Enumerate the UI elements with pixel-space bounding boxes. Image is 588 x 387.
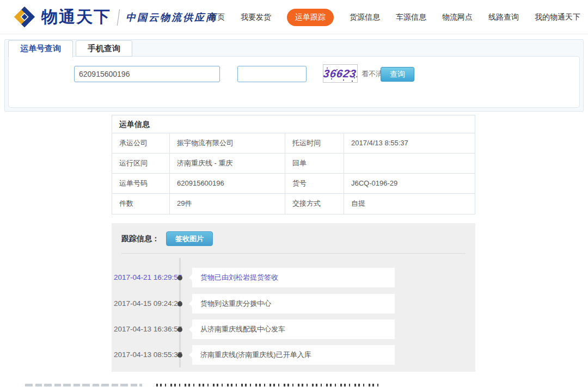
query-button[interactable]: 查询 (381, 67, 414, 82)
brand-name: 物通天下 (41, 6, 111, 28)
table-row: 件数 29件 交接方式 自提 (112, 194, 475, 214)
event-text: 济南重庆线(济南重庆线)已开单入库 (192, 345, 395, 365)
brand-tagline: 中国云物流供应商 (126, 11, 217, 24)
table-row: 运单号码 620915600196 货号 J6CQ-0196-29 (112, 174, 475, 194)
row-label: 承运公司 (112, 133, 170, 153)
row-label: 托运时间 (285, 133, 344, 153)
brand: 物通天下 中国云物流供应商 (12, 0, 217, 34)
nav-item-outlets[interactable]: 物流网点 (442, 13, 473, 22)
event-text: 从济南重庆线配载中心发车 (192, 320, 395, 339)
event-timestamp: 2017-04-13 16:36:57 (114, 320, 168, 339)
nav-item-cargo-info[interactable]: 货源信息 (350, 13, 380, 22)
tab-waybill-query[interactable]: 运单号查询 (8, 40, 73, 57)
row-label: 回单 (285, 153, 344, 173)
row-label: 货号 (285, 174, 344, 193)
timeline-entry: 2017-04-13 08:55:37 济南重庆线(济南重庆线)已开单入库 (112, 345, 475, 365)
page: 物通天下 中国云物流供应商 首页 我要发货 运单跟踪 货源信息 车源信息 物流网… (0, 0, 588, 387)
tracking-title: 跟踪信息： (121, 234, 160, 244)
timeline-dot-icon (177, 327, 182, 332)
footer-cutoff-grey-fragment (25, 384, 142, 386)
row-value: 29件 (170, 194, 285, 214)
waybill-table-title: 运单信息 (112, 115, 475, 133)
row-value (344, 153, 475, 173)
captcha-image[interactable]: 366231 (323, 64, 358, 83)
receipt-image-button[interactable]: 签收图片 (166, 231, 213, 246)
event-text: 货物到达重庆分拨中心 (192, 294, 395, 314)
footer-cutoff-dark-fragment (156, 384, 382, 386)
tracking-panel: 跟踪信息： 签收图片 2017-04-21 16:29:57 货物已由刘松岩提货… (112, 223, 475, 372)
timeline-dot-icon (177, 353, 182, 358)
divider (121, 253, 465, 254)
table-row: 承运公司 振宇物流有限公司 托运时间 2017/4/13 8:55:37 (112, 133, 475, 153)
nav-item-home[interactable]: 首页 (210, 13, 225, 22)
event-text: 货物已由刘松岩提货签收 (192, 268, 395, 287)
timeline-entry: 2017-04-21 16:29:57 货物已由刘松岩提货签收 (112, 268, 475, 287)
timeline-entry: 2017-04-15 09:24:20 货物到达重庆分拨中心 (112, 294, 475, 314)
event-timestamp: 2017-04-21 16:29:57 (114, 268, 168, 287)
nav-item-truck-info[interactable]: 车源信息 (396, 13, 426, 22)
row-label: 运行区间 (112, 153, 170, 173)
footer-cutoff-text (0, 383, 588, 387)
timeline-dot-icon (177, 275, 182, 280)
nav-item-track[interactable]: 运单跟踪 (287, 9, 334, 26)
event-timestamp: 2017-04-13 08:55:37 (114, 345, 168, 365)
captcha-code: 366231 (323, 65, 358, 82)
tab-phone-query[interactable]: 手机查询 (76, 40, 132, 57)
row-label: 运单号码 (112, 174, 170, 193)
event-timestamp: 2017-04-15 09:24:20 (114, 294, 168, 314)
waybill-number-input[interactable] (74, 66, 220, 82)
waybill-info-table: 运单信息 承运公司 振宇物流有限公司 托运时间 2017/4/13 8:55:3… (112, 115, 475, 214)
brand-separator (117, 9, 120, 26)
row-label: 件数 (112, 194, 170, 214)
nav-item-ship[interactable]: 我要发货 (241, 13, 271, 22)
nav-item-route-query[interactable]: 线路查询 (488, 13, 519, 22)
timeline-entry: 2017-04-13 16:36:57 从济南重庆线配载中心发车 (112, 320, 475, 339)
brand-logo-icon (12, 5, 37, 30)
query-tabs: 运单号查询 手机查询 (8, 40, 132, 57)
row-value: 2017/4/13 8:55:37 (344, 133, 475, 153)
row-value: 自提 (344, 194, 475, 214)
nav-item-my-account[interactable]: 我的物通天下 (535, 13, 580, 22)
row-value: J6CQ-0196-29 (344, 174, 475, 193)
row-value: 振宇物流有限公司 (170, 133, 285, 153)
timeline-dot-icon (177, 302, 182, 306)
row-label: 交接方式 (285, 194, 344, 214)
table-row: 运行区间 济南重庆线 - 重庆 回单 (112, 153, 475, 174)
row-value: 620915600196 (170, 174, 285, 193)
tracking-header: 跟踪信息： 签收图片 (121, 231, 213, 246)
captcha-refresh-link[interactable]: 看不清 (362, 69, 383, 79)
main-nav: 首页 我要发货 运单跟踪 货源信息 车源信息 物流网点 线路查询 我的物通天下 (210, 0, 580, 34)
header: 物通天下 中国云物流供应商 首页 我要发货 运单跟踪 货源信息 车源信息 物流网… (0, 0, 588, 34)
phone-input[interactable] (237, 66, 307, 82)
query-panel: 运单号查询 手机查询 366231 看不清 查询 (4, 39, 584, 112)
row-value: 济南重庆线 - 重庆 (170, 153, 285, 173)
query-form: 366231 看不清 查询 (8, 56, 580, 108)
